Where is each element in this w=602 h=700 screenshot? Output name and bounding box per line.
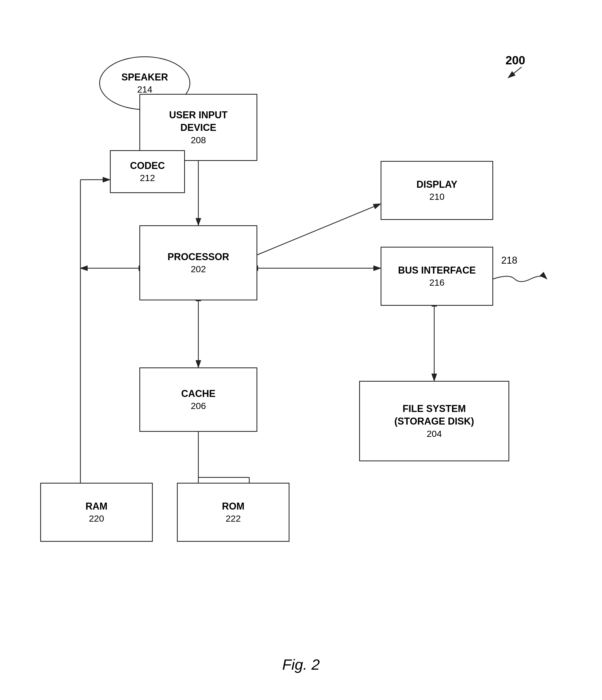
bus-interface-label: BUS INTERFACE xyxy=(398,264,476,277)
rom-number: 222 xyxy=(226,512,241,524)
processor-label: PROCESSOR xyxy=(167,251,229,264)
figure-caption: Fig. 2 xyxy=(282,656,320,673)
ref-200-label: 200 xyxy=(505,54,525,67)
speaker-label: SPEAKER xyxy=(122,71,168,84)
bus-interface-number: 216 xyxy=(429,276,445,288)
ram-label: RAM xyxy=(85,500,107,513)
display-number: 210 xyxy=(429,191,445,202)
ram-component: RAM 220 xyxy=(40,483,153,542)
rom-component: ROM 222 xyxy=(177,483,289,542)
diagram-container: SPEAKER 214 USER INPUTDEVICE 208 CODEC 2… xyxy=(22,22,580,673)
cache-number: 206 xyxy=(191,400,206,412)
figure-caption-text: Fig. 2 xyxy=(282,656,320,673)
display-label: DISPLAY xyxy=(417,178,457,191)
cache-component: CACHE 206 xyxy=(139,368,257,432)
ref-218: 218 xyxy=(501,255,517,266)
ref-200: 200 xyxy=(505,54,527,80)
processor-number: 202 xyxy=(191,263,206,275)
codec-component: CODEC 212 xyxy=(110,150,185,193)
svg-line-17 xyxy=(508,67,522,78)
user-input-number: 208 xyxy=(191,134,206,146)
processor-component: PROCESSOR 202 xyxy=(139,225,257,300)
svg-line-4 xyxy=(257,204,381,255)
cache-label: CACHE xyxy=(181,388,215,400)
ram-number: 220 xyxy=(89,512,104,524)
speaker-number: 214 xyxy=(137,83,153,95)
file-system-number: 204 xyxy=(427,428,442,440)
rom-label: ROM xyxy=(222,500,244,513)
display-component: DISPLAY 210 xyxy=(381,161,493,220)
codec-number: 212 xyxy=(140,172,155,184)
file-system-label: FILE SYSTEM(STORAGE DISK) xyxy=(394,403,474,428)
user-input-label: USER INPUTDEVICE xyxy=(169,109,228,134)
codec-label: CODEC xyxy=(130,159,165,172)
file-system-component: FILE SYSTEM(STORAGE DISK) 204 xyxy=(359,381,509,461)
bus-interface-component: BUS INTERFACE 216 xyxy=(381,247,493,306)
ref-218-label: 218 xyxy=(501,255,517,266)
